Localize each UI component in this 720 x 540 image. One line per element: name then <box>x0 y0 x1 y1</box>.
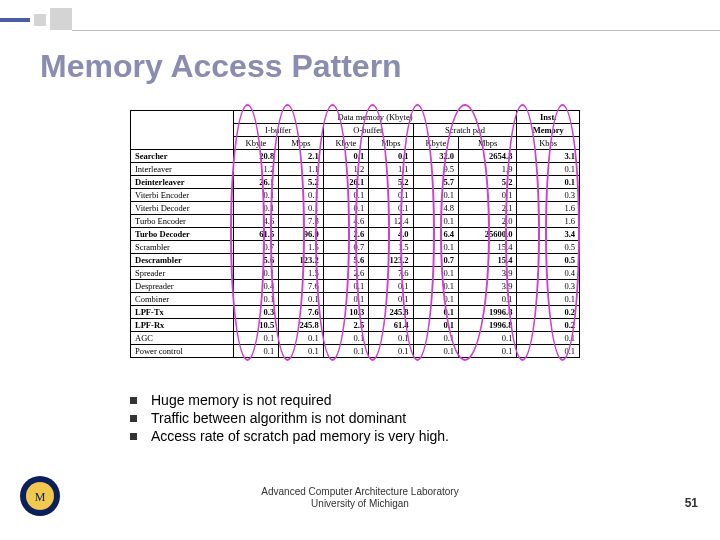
accent-line <box>72 30 720 31</box>
cell: 0.1 <box>413 332 459 345</box>
cell: 2.6 <box>323 228 369 241</box>
cell: 245.8 <box>369 306 413 319</box>
cell: 2.1 <box>279 150 323 163</box>
cell: 0.1 <box>323 150 369 163</box>
cell: 0.1 <box>413 241 459 254</box>
table-row: Scrambler0.71.50.71.50.115.40.5 <box>131 241 580 254</box>
table-row: LPF-Rx10.5245.82.561.40.11996.80.2 <box>131 319 580 332</box>
row-label: Deinterleaver <box>131 176 234 189</box>
cell: 2.1 <box>459 202 517 215</box>
cell: 2.0 <box>459 215 517 228</box>
cell: 7.6 <box>369 267 413 280</box>
data-table: Data memory (Kbyte) Inst. I-buffer O-buf… <box>130 110 580 358</box>
footer: Advanced Computer Architecture Laborator… <box>0 486 720 510</box>
table-row: Viterbi Decoder0.10.10.10.14.82.11.6 <box>131 202 580 215</box>
cell: 0.3 <box>517 280 580 293</box>
row-label: Turbo Decoder <box>131 228 234 241</box>
cell: 0.1 <box>233 267 279 280</box>
cell: 0.1 <box>323 202 369 215</box>
cell: 0.1 <box>413 345 459 358</box>
cell: 32.0 <box>413 150 459 163</box>
cell: 0.1 <box>233 202 279 215</box>
cell: 6.4 <box>413 228 459 241</box>
row-label: Spreader <box>131 267 234 280</box>
cell: 0.1 <box>459 189 517 202</box>
cell: 0.1 <box>413 267 459 280</box>
cell: 0.4 <box>233 280 279 293</box>
cell: 4.6 <box>323 215 369 228</box>
footer-line1: Advanced Computer Architecture Laborator… <box>0 486 720 498</box>
unit-mbps: Mbps <box>279 137 323 150</box>
cell: 0.1 <box>517 332 580 345</box>
row-label: Searcher <box>131 150 234 163</box>
bullet-item: Huge memory is not required <box>130 392 449 408</box>
accent-bar <box>0 18 30 22</box>
cell: 0.1 <box>279 345 323 358</box>
cell: 0.1 <box>413 319 459 332</box>
table-row: Viterbi Encoder0.10.10.10.10.10.10.3 <box>131 189 580 202</box>
cell: 2654.3 <box>459 150 517 163</box>
cell: 0.1 <box>369 280 413 293</box>
cell: 0.1 <box>459 345 517 358</box>
cell: 0.1 <box>279 202 323 215</box>
table-row: AGC0.10.10.10.10.10.10.1 <box>131 332 580 345</box>
table-row: Deinterleaver26.15.226.15.25.75.20.1 <box>131 176 580 189</box>
table-row: Power control0.10.10.10.10.10.10.1 <box>131 345 580 358</box>
cell: 7.6 <box>279 306 323 319</box>
cell: 1.5 <box>369 241 413 254</box>
cell: 0.1 <box>233 345 279 358</box>
row-label: LPF-Tx <box>131 306 234 319</box>
table-row: Interleaver1.21.11.21.19.51.90.1 <box>131 163 580 176</box>
row-label: Despreader <box>131 280 234 293</box>
cell: 0.1 <box>323 280 369 293</box>
cell: 26.1 <box>323 176 369 189</box>
cell: 0.1 <box>233 293 279 306</box>
cell: 0.5 <box>517 254 580 267</box>
table-row: Turbo Decoder61.596.02.64.06.425600.03.4 <box>131 228 580 241</box>
accent-square <box>34 14 46 26</box>
cell: 0.1 <box>517 293 580 306</box>
cell: 0.1 <box>369 345 413 358</box>
cell: 0.1 <box>517 345 580 358</box>
cell: 15.4 <box>459 241 517 254</box>
cell: 61.5 <box>233 228 279 241</box>
cell: 1996.8 <box>459 319 517 332</box>
row-label: Power control <box>131 345 234 358</box>
cell: 61.4 <box>369 319 413 332</box>
cell: 4.0 <box>369 228 413 241</box>
table-row: Turbo Encoder4.67.84.612.40.12.01.6 <box>131 215 580 228</box>
cell: 4.8 <box>413 202 459 215</box>
cell: 0.1 <box>413 306 459 319</box>
unit-kbyte: Kbyte <box>413 137 459 150</box>
row-label: Interleaver <box>131 163 234 176</box>
table-row: Spreader0.11.52.67.60.13.90.4 <box>131 267 580 280</box>
cell: 0.1 <box>517 176 580 189</box>
cell: 0.1 <box>233 332 279 345</box>
cell: 123.2 <box>279 254 323 267</box>
cell: 9.5 <box>413 163 459 176</box>
cell: 25600.0 <box>459 228 517 241</box>
cell: 0.2 <box>517 306 580 319</box>
cell: 123.2 <box>369 254 413 267</box>
cell: 5.2 <box>279 176 323 189</box>
unit-kbyte: Kbyte <box>323 137 369 150</box>
page-number: 51 <box>685 496 698 510</box>
cell: 1.5 <box>279 267 323 280</box>
cell: 0.1 <box>323 332 369 345</box>
cell: 7.6 <box>279 280 323 293</box>
unit-kbyte: Kbyte <box>233 137 279 150</box>
cell: 0.1 <box>413 215 459 228</box>
cell: 5.6 <box>233 254 279 267</box>
cell: 15.4 <box>459 254 517 267</box>
cell: 0.1 <box>413 293 459 306</box>
cell: 0.1 <box>369 293 413 306</box>
header-data-memory: Data memory (Kbyte) <box>233 111 517 124</box>
footer-line2: University of Michigan <box>0 498 720 510</box>
cell: 4.6 <box>233 215 279 228</box>
cell: 1.9 <box>459 163 517 176</box>
bullet-item: Traffic between algorithm is not dominan… <box>130 410 449 426</box>
cell: 0.1 <box>413 280 459 293</box>
cell: 0.1 <box>459 332 517 345</box>
cell: 1.1 <box>369 163 413 176</box>
table-row: Descrambler5.6123.25.6123.20.715.40.5 <box>131 254 580 267</box>
